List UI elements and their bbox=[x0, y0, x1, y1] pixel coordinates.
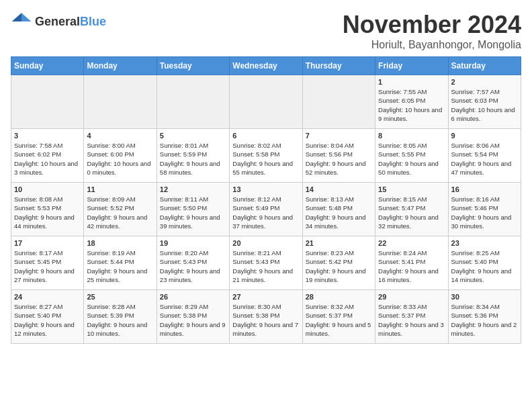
day-info: Sunrise: 8:28 AMSunset: 5:39 PMDaylight:… bbox=[87, 302, 153, 338]
day-info: Sunrise: 8:17 AMSunset: 5:45 PMDaylight:… bbox=[14, 248, 81, 284]
day-cell: 28Sunrise: 8:32 AMSunset: 5:37 PMDayligh… bbox=[302, 290, 375, 344]
day-cell: 12Sunrise: 8:11 AMSunset: 5:50 PMDayligh… bbox=[157, 183, 229, 236]
day-cell: 17Sunrise: 8:17 AMSunset: 5:45 PMDayligh… bbox=[11, 236, 84, 290]
page-header: GeneralBlue November 2024 Horiult, Bayan… bbox=[11, 11, 521, 51]
day-info: Sunrise: 8:21 AMSunset: 5:43 PMDaylight:… bbox=[232, 248, 299, 284]
day-number: 7 bbox=[306, 132, 372, 140]
day-number: 14 bbox=[306, 185, 372, 193]
day-header-wednesday: Wednesday bbox=[230, 57, 302, 75]
day-number: 4 bbox=[87, 132, 153, 140]
week-row-1: 1Sunrise: 7:55 AMSunset: 6:05 PMDaylight… bbox=[11, 75, 521, 129]
day-cell: 1Sunrise: 7:55 AMSunset: 6:05 PMDaylight… bbox=[375, 75, 448, 129]
day-cell: 24Sunrise: 8:27 AMSunset: 5:40 PMDayligh… bbox=[11, 290, 84, 344]
day-header-tuesday: Tuesday bbox=[157, 57, 229, 75]
day-info: Sunrise: 8:15 AMSunset: 5:47 PMDaylight:… bbox=[378, 195, 445, 230]
day-number: 22 bbox=[378, 239, 445, 247]
day-cell: 27Sunrise: 8:30 AMSunset: 5:38 PMDayligh… bbox=[230, 290, 302, 344]
day-number: 5 bbox=[160, 132, 226, 140]
day-info: Sunrise: 8:29 AMSunset: 5:38 PMDaylight:… bbox=[160, 302, 226, 338]
week-row-4: 17Sunrise: 8:17 AMSunset: 5:45 PMDayligh… bbox=[11, 236, 521, 290]
calendar-body: 1Sunrise: 7:55 AMSunset: 6:05 PMDaylight… bbox=[11, 75, 521, 344]
day-info: Sunrise: 8:25 AMSunset: 5:40 PMDaylight:… bbox=[451, 248, 518, 284]
day-number: 3 bbox=[14, 132, 81, 140]
logo-blue: Blue bbox=[80, 15, 106, 28]
day-info: Sunrise: 8:04 AMSunset: 5:56 PMDaylight:… bbox=[306, 141, 372, 177]
day-info: Sunrise: 8:12 AMSunset: 5:49 PMDaylight:… bbox=[232, 195, 299, 230]
day-cell: 4Sunrise: 8:00 AMSunset: 6:00 PMDaylight… bbox=[84, 129, 157, 183]
calendar-header: SundayMondayTuesdayWednesdayThursdayFrid… bbox=[11, 57, 521, 75]
week-row-5: 24Sunrise: 8:27 AMSunset: 5:40 PMDayligh… bbox=[11, 290, 521, 344]
day-number: 11 bbox=[87, 185, 153, 193]
day-cell: 25Sunrise: 8:28 AMSunset: 5:39 PMDayligh… bbox=[84, 290, 157, 344]
day-cell: 18Sunrise: 8:19 AMSunset: 5:44 PMDayligh… bbox=[84, 236, 157, 290]
day-cell: 3Sunrise: 7:58 AMSunset: 6:02 PMDaylight… bbox=[11, 129, 84, 183]
day-cell: 29Sunrise: 8:33 AMSunset: 5:37 PMDayligh… bbox=[375, 290, 448, 344]
location-title: Horiult, Bayanhongor, Mongolia bbox=[343, 39, 521, 51]
day-number: 18 bbox=[87, 239, 153, 247]
day-number: 19 bbox=[160, 239, 226, 247]
days-of-week-row: SundayMondayTuesdayWednesdayThursdayFrid… bbox=[11, 57, 521, 75]
day-info: Sunrise: 8:34 AMSunset: 5:36 PMDaylight:… bbox=[451, 302, 518, 338]
day-number: 23 bbox=[451, 239, 518, 247]
day-cell: 20Sunrise: 8:21 AMSunset: 5:43 PMDayligh… bbox=[230, 236, 302, 290]
day-cell: 10Sunrise: 8:08 AMSunset: 5:53 PMDayligh… bbox=[11, 183, 84, 236]
day-info: Sunrise: 7:55 AMSunset: 6:05 PMDaylight:… bbox=[378, 87, 445, 123]
month-title: November 2024 bbox=[343, 11, 521, 39]
day-cell bbox=[302, 75, 375, 129]
day-cell: 16Sunrise: 8:16 AMSunset: 5:46 PMDayligh… bbox=[448, 183, 521, 236]
day-number: 6 bbox=[232, 132, 299, 140]
day-header-friday: Friday bbox=[375, 57, 448, 75]
svg-marker-0 bbox=[21, 13, 31, 21]
day-info: Sunrise: 8:11 AMSunset: 5:50 PMDaylight:… bbox=[160, 195, 226, 230]
day-info: Sunrise: 8:30 AMSunset: 5:38 PMDaylight:… bbox=[232, 302, 299, 338]
week-row-3: 10Sunrise: 8:08 AMSunset: 5:53 PMDayligh… bbox=[11, 183, 521, 236]
day-header-saturday: Saturday bbox=[448, 57, 521, 75]
day-number: 16 bbox=[451, 185, 518, 193]
day-cell: 5Sunrise: 8:01 AMSunset: 5:59 PMDaylight… bbox=[157, 129, 229, 183]
day-info: Sunrise: 8:24 AMSunset: 5:41 PMDaylight:… bbox=[378, 248, 445, 284]
day-info: Sunrise: 8:32 AMSunset: 5:37 PMDaylight:… bbox=[306, 302, 372, 338]
day-header-thursday: Thursday bbox=[302, 57, 375, 75]
day-info: Sunrise: 8:09 AMSunset: 5:52 PMDaylight:… bbox=[87, 195, 153, 230]
day-cell: 6Sunrise: 8:02 AMSunset: 5:58 PMDaylight… bbox=[230, 129, 302, 183]
day-number: 21 bbox=[306, 239, 372, 247]
day-number: 27 bbox=[232, 293, 299, 301]
day-info: Sunrise: 8:01 AMSunset: 5:59 PMDaylight:… bbox=[160, 141, 226, 177]
title-block: November 2024 Horiult, Bayanhongor, Mong… bbox=[343, 11, 521, 51]
day-number: 29 bbox=[378, 293, 445, 301]
day-info: Sunrise: 8:08 AMSunset: 5:53 PMDaylight:… bbox=[14, 195, 81, 230]
logo-general: General bbox=[35, 15, 80, 28]
day-number: 12 bbox=[160, 185, 226, 193]
day-info: Sunrise: 7:58 AMSunset: 6:02 PMDaylight:… bbox=[14, 141, 81, 177]
day-info: Sunrise: 8:05 AMSunset: 5:55 PMDaylight:… bbox=[378, 141, 445, 177]
day-cell: 15Sunrise: 8:15 AMSunset: 5:47 PMDayligh… bbox=[375, 183, 448, 236]
day-cell: 21Sunrise: 8:23 AMSunset: 5:42 PMDayligh… bbox=[302, 236, 375, 290]
calendar: SundayMondayTuesdayWednesdayThursdayFrid… bbox=[11, 56, 521, 344]
day-header-monday: Monday bbox=[84, 57, 157, 75]
day-cell: 9Sunrise: 8:06 AMSunset: 5:54 PMDaylight… bbox=[448, 129, 521, 183]
day-number: 1 bbox=[378, 78, 445, 86]
logo-icon bbox=[11, 11, 32, 32]
day-number: 13 bbox=[232, 185, 299, 193]
day-info: Sunrise: 7:57 AMSunset: 6:03 PMDaylight:… bbox=[451, 87, 518, 123]
day-info: Sunrise: 8:06 AMSunset: 5:54 PMDaylight:… bbox=[451, 141, 518, 177]
day-info: Sunrise: 8:23 AMSunset: 5:42 PMDaylight:… bbox=[306, 248, 372, 284]
day-number: 2 bbox=[451, 78, 518, 86]
day-cell: 14Sunrise: 8:13 AMSunset: 5:48 PMDayligh… bbox=[302, 183, 375, 236]
day-cell: 26Sunrise: 8:29 AMSunset: 5:38 PMDayligh… bbox=[157, 290, 229, 344]
day-cell: 23Sunrise: 8:25 AMSunset: 5:40 PMDayligh… bbox=[448, 236, 521, 290]
day-number: 10 bbox=[14, 185, 81, 193]
day-number: 24 bbox=[14, 293, 81, 301]
day-info: Sunrise: 8:33 AMSunset: 5:37 PMDaylight:… bbox=[378, 302, 445, 338]
day-number: 15 bbox=[378, 185, 445, 193]
day-info: Sunrise: 8:27 AMSunset: 5:40 PMDaylight:… bbox=[14, 302, 81, 338]
day-cell: 13Sunrise: 8:12 AMSunset: 5:49 PMDayligh… bbox=[230, 183, 302, 236]
day-number: 26 bbox=[160, 293, 226, 301]
day-cell: 19Sunrise: 8:20 AMSunset: 5:43 PMDayligh… bbox=[157, 236, 229, 290]
day-header-sunday: Sunday bbox=[11, 57, 84, 75]
day-cell bbox=[11, 75, 84, 129]
day-cell: 8Sunrise: 8:05 AMSunset: 5:55 PMDaylight… bbox=[375, 129, 448, 183]
day-number: 17 bbox=[14, 239, 81, 247]
day-number: 28 bbox=[306, 293, 372, 301]
svg-marker-1 bbox=[12, 13, 21, 21]
